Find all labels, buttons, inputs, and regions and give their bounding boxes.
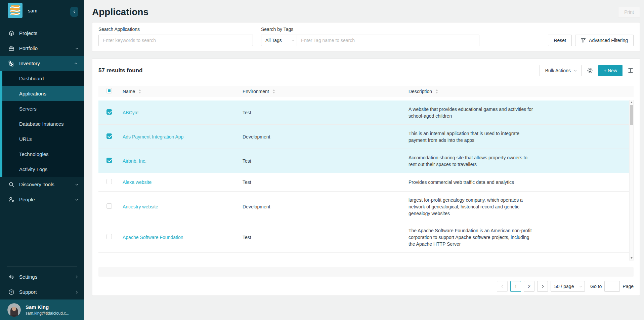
goto-label: Go to [590,284,602,289]
environment-value: Test [243,158,251,164]
row-checkbox[interactable] [106,158,112,163]
table-row[interactable]: Alexa website Test Provides commercial w… [98,173,629,192]
description-value: largest for-profit genealogy company, wh… [409,197,536,217]
results-toolbar: 57 results found Bulk Actions + New [98,59,634,82]
advanced-filtering-button[interactable]: Advanced Filtering [575,35,634,46]
scroll-down-icon[interactable] [630,256,633,260]
table-row[interactable]: Airbnb, Inc. Test Accomodation sharing s… [98,149,629,173]
brand: sam [0,0,84,21]
reset-button[interactable]: Reset [548,35,572,46]
table-row[interactable]: Apache Software Foundation Test The Apac… [98,222,629,253]
print-button[interactable]: Print [618,7,640,17]
application-link[interactable]: Ads Payment Integration App [123,134,183,139]
sidebar-item-servers[interactable]: Servers [0,101,84,116]
sidebar-item-applications[interactable]: Applications [0,86,84,101]
new-button[interactable]: + New [598,65,622,76]
environment-value: Test [243,110,251,115]
sidebar-item-label: Support [19,289,75,295]
application-link[interactable]: Airbnb, Inc. [123,158,146,164]
question-circle-icon: ? [8,289,15,295]
page-size-select[interactable]: 50 / page [551,281,585,292]
filter-panel: Search Applications Search by Tags All T… [92,22,640,52]
sidebar-item-database-instances[interactable]: Database Instances [0,116,84,131]
page-header: Applications Print [92,0,640,22]
table-row[interactable]: Ancestry website Development largest for… [98,192,629,222]
sidebar-item-portfolio[interactable]: Portfolio [0,41,84,56]
search-applications-input[interactable] [98,35,253,46]
table-row[interactable]: ABCya! Test A website that provides educ… [98,101,629,125]
sidebar-item-label: Database Instances [19,121,64,127]
sidebar-item-activity-logs[interactable]: Activity Logs [0,162,84,177]
application-link[interactable]: Ancestry website [123,204,158,209]
row-checkbox[interactable] [106,203,112,209]
sidebar: sam Projects Portfolio [0,0,84,320]
vertical-scrollbar[interactable] [629,100,634,261]
org-name: sam [28,8,37,13]
chevron-right-icon [75,275,78,278]
sidebar-item-dashboard[interactable]: Dashboard [0,71,84,86]
gear-icon [8,274,15,280]
select-all-checkbox[interactable] [106,88,112,93]
scrollbar-thumb[interactable] [630,105,633,125]
row-checkbox[interactable] [106,133,112,139]
environment-value: Development [243,134,270,139]
page-button-1[interactable]: 1 [510,281,521,292]
tags-filter-select[interactable]: All Tags [261,35,297,46]
environment-value: Development [243,204,270,209]
page-label: Page [622,284,634,289]
bulk-actions-label: Bulk Actions [545,68,571,73]
description-value: The Apache Software Foundation is an Ame… [409,227,536,247]
user-gear-icon [8,197,15,203]
tag-search-input[interactable] [297,35,479,46]
column-label: Name [123,89,135,94]
tags-selected-option: All Tags [265,38,282,43]
row-checkbox[interactable] [106,179,112,184]
scroll-up-icon[interactable] [630,100,633,105]
sidebar-item-label: Projects [19,30,77,36]
table-header: Name Environment Description [98,86,634,97]
bulk-actions-button[interactable]: Bulk Actions [540,65,582,76]
environment-value: Test [243,179,251,185]
application-link[interactable]: ABCya! [123,110,138,115]
column-header-description[interactable]: Description [409,89,634,94]
user-profile[interactable]: Sam King sam.king@tidalcloud.c... [0,299,84,320]
column-header-name[interactable]: Name [123,89,243,94]
sidebar-item-label: Portfolio [19,45,75,51]
inventory-submenu: Dashboard Applications Servers Database … [0,71,84,177]
sidebar-collapse-button[interactable] [70,7,78,17]
sidebar-divider [7,23,77,23]
column-header-environment[interactable]: Environment [243,89,409,94]
column-height-button[interactable] [628,68,634,74]
chevron-down-icon [75,183,78,185]
gear-icon [587,67,593,74]
search-by-tags-label: Search by Tags [261,27,479,32]
main-content: Applications Print Search Applications S… [84,0,644,320]
sidebar-item-inventory[interactable]: Inventory [0,56,84,71]
goto-page-input[interactable] [604,281,620,292]
description-value: This is an internal application that is … [409,130,536,144]
sidebar-item-support[interactable]: ? Support [0,284,84,299]
sidebar-item-technologies[interactable]: Technologies [0,147,84,162]
next-page-button[interactable] [537,281,548,292]
sidebar-item-urls[interactable]: URLs [0,131,84,147]
sidebar-item-projects[interactable]: Projects [0,26,84,41]
table-row[interactable]: Ads Payment Integration App Development … [98,125,629,149]
chevron-right-icon [541,285,543,288]
row-checkbox[interactable] [106,109,112,115]
prev-page-button[interactable] [497,281,508,292]
sitemap-icon [8,61,15,67]
advanced-filtering-label: Advanced Filtering [589,38,628,43]
row-checkbox[interactable] [106,234,112,239]
page-button-2[interactable]: 2 [524,281,534,292]
table-settings-button[interactable] [587,67,593,74]
sidebar-item-people[interactable]: People [0,192,84,207]
sidebar-item-label: Discovery Tools [19,182,75,187]
briefcase-icon [8,45,15,51]
sidebar-item-settings[interactable]: Settings [0,269,84,284]
horizontal-scrollbar[interactable] [98,267,634,277]
application-link[interactable]: Apache Software Foundation [123,235,183,240]
sidebar-item-discovery-tools[interactable]: Discovery Tools [0,177,84,192]
application-link[interactable]: Alexa website [123,179,152,185]
tags-combo: All Tags [261,35,479,46]
sidebar-item-label: Settings [19,274,75,280]
